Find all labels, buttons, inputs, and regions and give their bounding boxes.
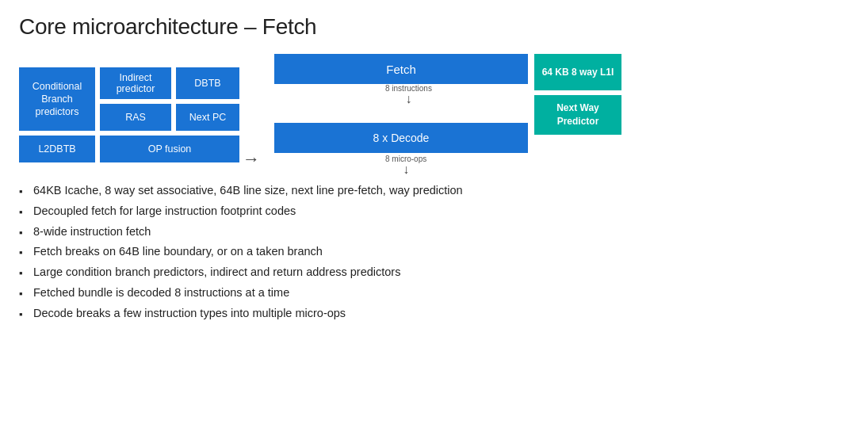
indirect-dbtb-col: Indirect predictor DBTB RAS Next PC (100, 67, 239, 131)
arrow-block-instructions: 8 instructions ↓ (385, 84, 432, 105)
left-row1: Conditional Branch predictors Indirect p… (19, 67, 239, 131)
cache-box: 64 KB 8 way L1I (534, 54, 621, 90)
next-pc-box: Next PC (176, 104, 239, 131)
dbtb-box: DBTB (176, 67, 239, 99)
center-section: Fetch 8 instructions ↓ 8 x Decode 8 micr… (274, 54, 528, 176)
left-section: Conditional Branch predictors Indirect p… (19, 67, 239, 162)
fetch-row: Fetch (274, 54, 528, 84)
page-title: Core microarchitecture – Fetch (19, 14, 849, 40)
ras-box: RAS (100, 104, 171, 131)
ras-nextpc-pair: RAS Next PC (100, 104, 239, 131)
next-way-box: Next Way Predictor (534, 95, 621, 135)
arrow-down-microops: ↓ (403, 163, 409, 176)
left-row2: L2DBTB OP fusion (19, 136, 239, 162)
bullet-7: Decode breaks a few instruction types in… (19, 305, 849, 323)
arrow-block-microops: 8 micro-ops ↓ (385, 155, 426, 176)
fetch-box: Fetch (274, 54, 528, 84)
bullet-list: 64KB Icache, 8 way set associative, 64B … (19, 182, 849, 322)
bullet-1: 64KB Icache, 8 way set associative, 64B … (19, 182, 849, 200)
bullet-4: Fetch breaks on 64B line boundary, or on… (19, 243, 849, 261)
bullet-6: Fetched bundle is decoded 8 instructions… (19, 285, 849, 302)
top-right-pair: Indirect predictor DBTB (100, 67, 239, 99)
conditional-branch-box: Conditional Branch predictors (19, 67, 95, 131)
bullet-3: 8-wide instruction fetch (19, 224, 849, 241)
right-col: 64 KB 8 way L1I Next Way Predictor (534, 54, 621, 135)
bullet-5: Large condition branch predictors, indir… (19, 264, 849, 281)
decode-box: 8 x Decode (274, 123, 528, 153)
arrow-down-instructions: ↓ (405, 93, 411, 105)
diagram: Conditional Branch predictors Indirect p… (19, 54, 849, 176)
indirect-predictor-box: Indirect predictor (100, 67, 171, 99)
l2dbtb-box: L2DBTB (19, 136, 95, 162)
bullet-2: Decoupled fetch for large instruction fo… (19, 203, 849, 220)
op-fusion-box: OP fusion (100, 136, 239, 162)
arrow-right: → (243, 149, 260, 176)
